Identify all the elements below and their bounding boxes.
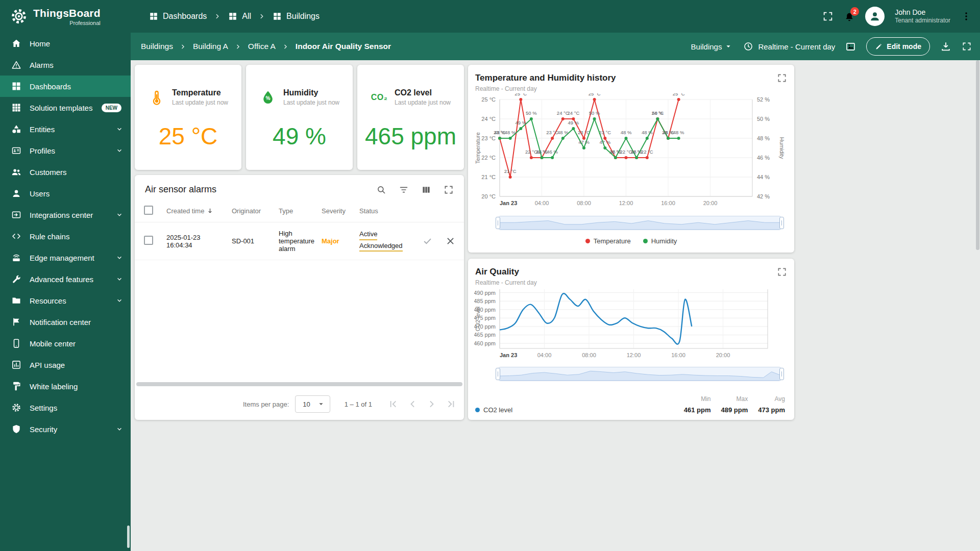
column-type[interactable]: Type bbox=[279, 207, 322, 215]
fullscreen-button[interactable] bbox=[822, 11, 834, 22]
brush-handle-right[interactable] bbox=[779, 368, 784, 380]
edit-mode-button[interactable]: Edit mode bbox=[866, 37, 930, 56]
notifications-button[interactable]: 2 bbox=[844, 11, 855, 22]
svg-text:50 %: 50 % bbox=[526, 110, 537, 116]
svg-text:47 %: 47 % bbox=[578, 139, 590, 145]
brush-handle-right[interactable] bbox=[779, 217, 784, 229]
temperature-value: 25 °C bbox=[135, 122, 241, 150]
sidebar-item-rule-chains[interactable]: Rule chains bbox=[0, 226, 131, 247]
fullscreen-icon[interactable] bbox=[777, 73, 787, 83]
first-page-button[interactable] bbox=[387, 398, 399, 410]
user-menu[interactable]: John Doe Tenant administrator bbox=[895, 8, 950, 25]
select-all-checkbox[interactable] bbox=[144, 206, 153, 215]
content-scrollbar[interactable] bbox=[976, 60, 979, 250]
top-breadcrumb: Dashboards All Buildings bbox=[149, 12, 320, 21]
page-size-select[interactable]: 10 bbox=[295, 395, 330, 413]
last-page-button[interactable] bbox=[446, 398, 457, 410]
cell-status[interactable]: ActiveAcknowledged bbox=[359, 230, 420, 253]
search-icon[interactable] bbox=[376, 185, 386, 195]
sidebar-item-solution-templates[interactable]: Solution templatesNEW bbox=[0, 97, 131, 118]
next-page-button[interactable] bbox=[426, 398, 437, 410]
crumb-office-a[interactable]: Office A bbox=[248, 42, 276, 51]
svg-text:49 %: 49 % bbox=[568, 120, 579, 126]
items-per-page-label: Items per page: bbox=[243, 400, 289, 408]
sidebar-item-alarms[interactable]: Alarms bbox=[0, 54, 131, 76]
clear-alarm-icon[interactable] bbox=[445, 236, 456, 246]
svg-text:21 °C: 21 °C bbox=[504, 168, 517, 174]
air-quality-brush[interactable] bbox=[498, 367, 782, 381]
dashboard-image-button[interactable] bbox=[845, 41, 856, 52]
svg-text:12:00: 12:00 bbox=[619, 200, 633, 206]
brush-handle-left[interactable] bbox=[496, 217, 500, 229]
dashboards-icon bbox=[149, 12, 158, 21]
sidebar-item-integrations-center[interactable]: Integrations center bbox=[0, 204, 131, 226]
sidebar-item-security[interactable]: Security bbox=[0, 418, 131, 440]
temp-humidity-brush[interactable] bbox=[498, 216, 782, 230]
sidebar-item-entities[interactable]: Entities bbox=[0, 118, 131, 140]
svg-text:16:00: 16:00 bbox=[671, 352, 685, 358]
crumb-buildings[interactable]: Buildings bbox=[141, 42, 173, 51]
download-icon bbox=[940, 41, 951, 52]
sidebar-scrollbar[interactable] bbox=[127, 525, 130, 548]
chevron-right-icon bbox=[258, 13, 265, 20]
column-status[interactable]: Status bbox=[359, 207, 420, 215]
dashboard-state-select[interactable]: Buildings bbox=[691, 42, 733, 51]
row-checkbox[interactable] bbox=[144, 236, 153, 245]
sidebar-item-api-usage[interactable]: API usage bbox=[0, 354, 131, 375]
table-row[interactable]: 2025-01-23 16:04:34SD-001High temperatur… bbox=[135, 222, 464, 260]
sidebar-item-users[interactable]: Users bbox=[0, 183, 131, 204]
dashboards-icon bbox=[11, 81, 21, 91]
breadcrumb-dashboards[interactable]: Dashboards bbox=[149, 12, 207, 21]
filter-icon[interactable] bbox=[399, 185, 409, 195]
breadcrumb-all[interactable]: All bbox=[228, 12, 251, 21]
sidebar-item-mobile-center[interactable]: Mobile center bbox=[0, 333, 131, 354]
prev-page-button[interactable] bbox=[407, 398, 418, 410]
svg-text:50 %: 50 % bbox=[757, 116, 770, 122]
sidebar-item-resources[interactable]: Resources bbox=[0, 290, 131, 311]
chevron-right-icon bbox=[235, 43, 241, 50]
avg-stat: Avg473 ppm bbox=[758, 395, 785, 414]
legend-humidity[interactable]: Humidity bbox=[643, 237, 677, 245]
sidebar-item-home[interactable]: Home bbox=[0, 33, 131, 54]
column-created-time[interactable]: Created time bbox=[166, 207, 232, 215]
avatar[interactable] bbox=[865, 7, 885, 26]
more-menu-button[interactable] bbox=[961, 11, 972, 22]
sidebar-item-edge-management[interactable]: Edge management bbox=[0, 247, 131, 268]
chart-title: Air Quality bbox=[468, 259, 794, 277]
export-button[interactable] bbox=[940, 41, 951, 52]
card-subtitle: Last update just now bbox=[172, 99, 228, 106]
dashboard-breadcrumb: Buildings Building A Office A Indoor Air… bbox=[141, 42, 391, 51]
sidebar-item-profiles[interactable]: Profiles bbox=[0, 140, 131, 161]
column-originator[interactable]: Originator bbox=[232, 207, 279, 215]
svg-text:465 ppm: 465 ppm bbox=[474, 332, 496, 338]
table-horizontal-scrollbar[interactable] bbox=[136, 382, 462, 386]
sort-desc-icon bbox=[206, 207, 214, 215]
acknowledge-icon[interactable] bbox=[422, 236, 433, 246]
sidebar-item-white-labeling[interactable]: White labeling bbox=[0, 375, 131, 397]
svg-text:12:00: 12:00 bbox=[627, 352, 641, 358]
sidebar-item-dashboards[interactable]: Dashboards bbox=[0, 76, 131, 97]
sidebar-item-advanced-features[interactable]: Advanced features bbox=[0, 268, 131, 290]
fullscreen-icon[interactable] bbox=[777, 267, 787, 277]
legend-co2[interactable]: CO2 level bbox=[475, 406, 512, 414]
sidebar-item-customers[interactable]: Customers bbox=[0, 161, 131, 183]
fullscreen-icon[interactable] bbox=[444, 185, 454, 195]
columns-icon[interactable] bbox=[421, 185, 431, 195]
legend-temperature[interactable]: Temperature bbox=[585, 237, 631, 245]
sidebar-item-notification-center[interactable]: Notification center bbox=[0, 311, 131, 333]
crumb-building-a[interactable]: Building A bbox=[193, 42, 228, 51]
column-severity[interactable]: Severity bbox=[322, 207, 359, 215]
sidebar-item-label: White labeling bbox=[30, 382, 78, 391]
fullscreen-icon bbox=[822, 11, 834, 22]
breadcrumb-buildings[interactable]: Buildings bbox=[273, 12, 320, 21]
cell-severity: Major bbox=[322, 237, 359, 245]
temperature-dot bbox=[585, 239, 590, 243]
brush-handle-left[interactable] bbox=[496, 368, 500, 380]
toolbar-fullscreen-button[interactable] bbox=[962, 41, 972, 52]
humidity-dot bbox=[643, 239, 648, 243]
timewindow-button[interactable]: Realtime - Current day bbox=[743, 41, 835, 52]
sidebar-item-settings[interactable]: Settings bbox=[0, 397, 131, 418]
svg-text:46 %: 46 % bbox=[536, 149, 548, 155]
thingsboard-logo-icon bbox=[10, 8, 28, 25]
app-logo[interactable]: ThingsBoard Professional bbox=[0, 7, 131, 26]
